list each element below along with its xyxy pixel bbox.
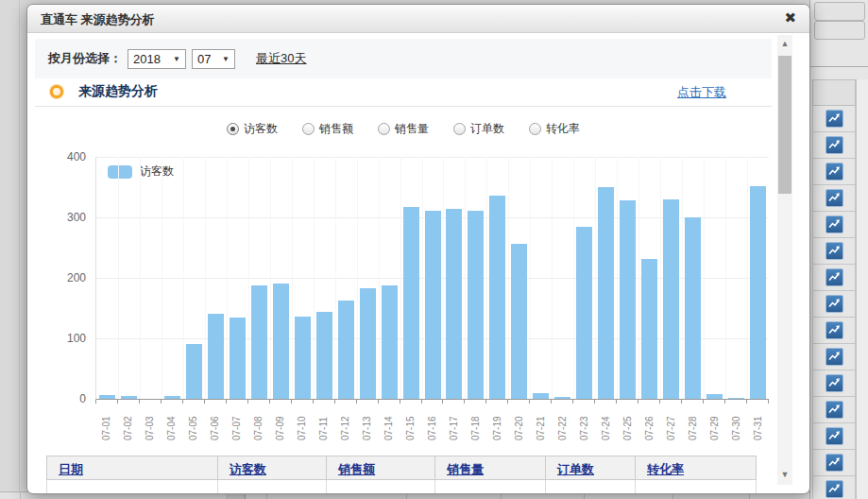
recent-30-days-link[interactable]: 最近30天 — [256, 50, 306, 67]
gridline — [379, 157, 380, 399]
sort-link-订单数[interactable]: 订单数 — [557, 462, 594, 476]
x-axis-label: 07-01 — [101, 416, 111, 440]
bar-07-17[interactable] — [446, 209, 462, 399]
bar-07-09[interactable] — [273, 284, 289, 399]
axis-tick — [161, 400, 162, 404]
download-link[interactable]: 点击下载 — [677, 84, 726, 101]
table-header-cell: 销售量 — [435, 456, 546, 480]
chart-x-axis: 07-0107-0207-0307-0407-0507-0607-0707-08… — [95, 399, 768, 448]
axis-tick — [594, 400, 595, 404]
background-column-divider — [20, 492, 21, 499]
sort-link-访客数[interactable]: 访客数 — [230, 462, 266, 476]
trend-chart-icon[interactable] — [825, 480, 843, 498]
gridline — [443, 157, 444, 399]
bar-07-25[interactable] — [620, 200, 636, 399]
scroll-down-icon[interactable]: ▼ — [777, 468, 792, 481]
trend-chart-icon[interactable] — [825, 136, 843, 154]
gridline — [486, 157, 487, 399]
metric-radio-销售额[interactable]: 销售额 — [302, 121, 353, 137]
gridline — [465, 157, 466, 399]
trend-chart-icon[interactable] — [825, 401, 843, 419]
bar-07-28[interactable] — [685, 217, 701, 399]
metric-radio-订单数[interactable]: 订单数 — [453, 121, 504, 137]
table-header-cell: 日期 — [46, 456, 218, 480]
bar-07-10[interactable] — [295, 317, 311, 399]
sort-link-销售量[interactable]: 销售量 — [447, 462, 484, 476]
metric-radio-label: 销售额 — [319, 121, 353, 137]
month-select[interactable]: 07 ▼ — [192, 49, 235, 69]
metric-radio-访客数[interactable]: 访客数 — [227, 121, 278, 137]
background-table-row — [812, 265, 856, 291]
bar-07-15[interactable] — [403, 207, 419, 399]
year-select[interactable]: 2018 ▼ — [128, 49, 186, 69]
background-table-row — [812, 344, 856, 370]
bar-07-07[interactable] — [230, 318, 246, 399]
bar-07-31[interactable] — [750, 186, 766, 399]
dialog-scrollbar[interactable]: ▲ ▼ — [777, 35, 792, 485]
bar-07-26[interactable] — [641, 259, 657, 399]
axis-tick — [616, 400, 617, 404]
divider — [35, 106, 772, 107]
bar-07-20[interactable] — [511, 244, 527, 399]
bar-07-11[interactable] — [316, 312, 332, 399]
trend-chart-icon[interactable] — [825, 321, 843, 339]
axis-tick — [334, 400, 335, 404]
x-axis-label: 07-17 — [449, 416, 459, 440]
background-gutter — [856, 79, 868, 499]
gridline — [140, 157, 141, 399]
scroll-up-icon[interactable]: ▲ — [777, 37, 792, 50]
bar-07-18[interactable] — [468, 211, 484, 399]
bar-07-27[interactable] — [663, 199, 679, 399]
background-table-row — [812, 238, 856, 265]
y-axis-label: 200 — [27, 271, 86, 284]
table-cell — [435, 480, 546, 493]
trend-chart-icon[interactable] — [825, 215, 843, 233]
trend-chart-icon[interactable] — [825, 242, 843, 260]
x-axis-label: 07-05 — [188, 416, 198, 440]
metric-radio-label: 访客数 — [244, 121, 278, 137]
scrollbar-thumb[interactable] — [778, 56, 791, 194]
trend-chart-icon[interactable] — [825, 374, 843, 392]
table-header-cell: 订单数 — [546, 456, 636, 480]
trend-chart-icon[interactable] — [825, 189, 843, 207]
trend-chart-icon[interactable] — [825, 348, 843, 366]
x-axis-label: 07-10 — [297, 416, 307, 440]
bar-07-24[interactable] — [598, 187, 614, 399]
bar-07-14[interactable] — [382, 285, 398, 399]
bar-07-06[interactable] — [208, 314, 224, 399]
page: { "page": { "background": { "download_li… — [0, 0, 868, 499]
trend-chart-icon[interactable] — [825, 163, 843, 181]
table-cell — [546, 480, 636, 493]
close-icon[interactable]: ✖ — [784, 9, 796, 26]
bar-07-16[interactable] — [425, 211, 441, 399]
table-cell — [636, 480, 757, 493]
axis-tick — [291, 400, 292, 404]
bar-07-23[interactable] — [576, 227, 592, 399]
x-axis-label: 07-04 — [166, 416, 177, 440]
sort-link-转化率[interactable]: 转化率 — [647, 462, 684, 476]
bar-07-13[interactable] — [360, 288, 376, 399]
bar-07-19[interactable] — [489, 196, 505, 399]
sort-link-销售额[interactable]: 销售额 — [338, 462, 375, 476]
bar-07-12[interactable] — [338, 301, 354, 399]
sort-link-日期[interactable]: 日期 — [59, 462, 83, 476]
trend-chart-icon[interactable] — [825, 454, 843, 472]
section-header: 来源趋势分析 点击下载 — [35, 82, 772, 105]
metric-radio-转化率[interactable]: 转化率 — [529, 121, 580, 137]
x-axis-label: 07-07 — [231, 416, 242, 440]
metric-radio-销售量[interactable]: 销售量 — [378, 121, 429, 137]
gridline — [400, 157, 401, 399]
trend-chart-icon[interactable] — [825, 295, 843, 313]
gridline — [357, 157, 358, 399]
bar-07-05[interactable] — [186, 344, 202, 399]
x-axis-label: 07-19 — [492, 416, 502, 440]
trend-chart-icon[interactable] — [825, 427, 843, 445]
axis-tick — [226, 400, 227, 404]
trend-chart-icon[interactable] — [825, 268, 843, 286]
background-table-row — [812, 132, 856, 159]
bar-07-08[interactable] — [251, 285, 267, 399]
background-table-row — [812, 318, 856, 344]
x-axis-label: 07-03 — [145, 416, 155, 440]
trend-chart-icon[interactable] — [825, 110, 843, 128]
y-axis-label: 100 — [27, 332, 86, 345]
